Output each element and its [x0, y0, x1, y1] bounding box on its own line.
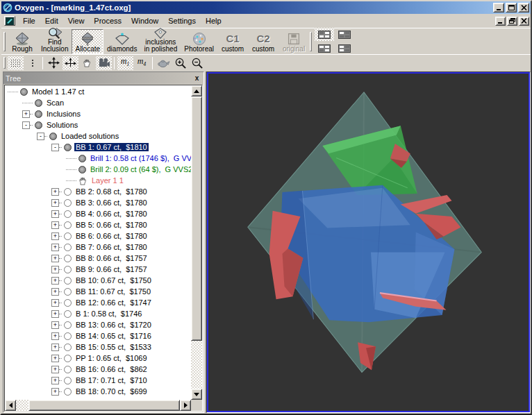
mdi-close-button[interactable] — [519, 17, 529, 26]
allocate-button[interactable]: Allocate — [72, 29, 103, 54]
tree-hscroll-thumb[interactable] — [28, 400, 180, 411]
tree-item[interactable]: +BB 17: 0.71 ct, $710 — [5, 375, 191, 386]
tree-vscroll-thumb[interactable] — [191, 96, 202, 341]
diamonds-button[interactable]: diamonds — [103, 29, 140, 54]
metric-m4-button[interactable]: m4 — [134, 56, 150, 70]
tree-item[interactable]: Model 1 1.47 ct — [5, 86, 191, 97]
hand-pan-button[interactable] — [79, 56, 95, 70]
tree-expander[interactable]: + — [51, 377, 59, 384]
menu-edit[interactable]: Edit — [40, 15, 63, 26]
render-shade-button[interactable] — [156, 56, 172, 70]
zoom-in-button[interactable] — [172, 56, 188, 70]
menu-process[interactable]: Process — [89, 15, 126, 26]
tree-expander[interactable]: + — [51, 355, 59, 362]
tree-item[interactable]: +BB 9: 0.66 ct, $1757 — [5, 264, 191, 275]
grid-toggle-button[interactable] — [8, 56, 24, 70]
tree-scroll-up-button[interactable] — [191, 85, 202, 96]
mdi-restore-button[interactable] — [507, 17, 517, 26]
layout-top-split-button[interactable] — [335, 28, 354, 41]
tree-item[interactable]: -BB 1: 0.67 ct, $1810 — [5, 142, 191, 153]
ruler-dots-button[interactable] — [24, 56, 40, 70]
tree-expander[interactable]: + — [51, 188, 59, 196]
tree-item[interactable]: +B 1: 0.58 ct, $1746 — [5, 308, 191, 319]
tree-expander[interactable]: + — [51, 388, 59, 396]
tree-horizontal-scrollbar[interactable] — [5, 400, 202, 411]
zoom-out-button[interactable] — [189, 56, 205, 70]
tree-expander[interactable]: + — [51, 232, 59, 240]
tree-item[interactable]: +BB 14: 0.65 ct, $1716 — [5, 330, 191, 341]
menu-file[interactable]: File — [18, 15, 40, 26]
close-button[interactable] — [518, 3, 529, 12]
maximize-button[interactable] — [506, 3, 517, 12]
tree-expander[interactable]: + — [51, 277, 59, 285]
toolbar-grip[interactable] — [3, 57, 6, 69]
tree-expander[interactable]: + — [51, 244, 59, 251]
tree-vertical-scrollbar[interactable] — [191, 85, 202, 400]
tree-item[interactable]: -Solutions — [5, 119, 191, 130]
tree-expander[interactable]: + — [51, 266, 59, 273]
menu-window[interactable]: Window — [126, 15, 163, 26]
tree-expander[interactable]: + — [51, 344, 59, 351]
tree-expander[interactable]: - — [22, 121, 30, 129]
find-inclusion-button[interactable]: Find Inclusion — [38, 29, 72, 54]
menu-settings[interactable]: Settings — [163, 15, 201, 26]
tree-item[interactable]: -Loaded solutions — [5, 130, 191, 142]
tree-item[interactable]: +BB 8: 0.66 ct, $1757 — [5, 253, 191, 264]
tree-item[interactable]: Brill 1: 0.58 ct (1746 $), G VVS2 — [5, 153, 191, 164]
tree-scroll-left-button[interactable] — [5, 400, 16, 411]
tree-expander[interactable]: + — [51, 366, 59, 373]
tree-item[interactable]: Scan — [5, 97, 191, 108]
original-button[interactable]: original — [279, 29, 309, 54]
toolbar-grip[interactable] — [310, 32, 312, 51]
inclusions-in-polished-button[interactable]: inclusions in polished — [140, 29, 181, 54]
tree-expander[interactable]: + — [51, 210, 59, 218]
menu-view[interactable]: View — [63, 15, 90, 26]
tree-expander[interactable]: + — [51, 299, 59, 307]
menu-help[interactable]: Help — [201, 15, 226, 26]
toolbar-grip[interactable] — [3, 32, 6, 51]
tree-item[interactable]: +BB 12: 0.66 ct, $1747 — [5, 297, 191, 308]
tree-item[interactable]: +BB 4: 0.66 ct, $1780 — [5, 208, 191, 219]
tree-item[interactable]: Layer 1 1 — [5, 175, 191, 186]
tree-panel-close-button[interactable]: x — [192, 74, 201, 83]
tree-expander[interactable]: + — [51, 221, 59, 229]
tree-item[interactable]: Brill 2: 0.09 ct (64 $), G VVS2 — [5, 164, 191, 175]
tree-scroll-right-button[interactable] — [180, 400, 191, 411]
tree-expander[interactable]: - — [51, 144, 59, 151]
tree-item[interactable]: +BB 2: 0.68 ct, $1780 — [5, 186, 191, 197]
c1-custom-button[interactable]: C1 custom — [217, 29, 248, 54]
viewport-3d[interactable] — [207, 72, 530, 412]
tree-item[interactable]: +Inclusions — [5, 108, 191, 119]
layout-single-button[interactable] — [315, 28, 334, 41]
tree-expander[interactable]: + — [51, 199, 59, 207]
tree-item[interactable]: +BB 6: 0.66 ct, $1780 — [5, 230, 191, 242]
tree-hscroll-track[interactable] — [16, 400, 28, 411]
camera-view-button[interactable] — [96, 56, 112, 70]
tree-item[interactable]: +BB 10: 0.67 ct, $1750 — [5, 275, 191, 286]
tree-expander[interactable]: + — [51, 332, 59, 340]
c2-custom-button[interactable]: C2 custom — [248, 29, 279, 54]
tree-expander[interactable]: + — [22, 110, 30, 118]
tree-vscroll-track[interactable] — [191, 341, 202, 389]
tree-item[interactable]: +BB 7: 0.66 ct, $1780 — [5, 242, 191, 253]
photoreal-button[interactable]: Photoreal — [181, 29, 217, 54]
tree-item[interactable]: +BB 11: 0.67 ct, $1750 — [5, 286, 191, 297]
tree-expander[interactable]: + — [51, 321, 59, 329]
tree-item[interactable]: +BB 16: 0.66 ct, $862 — [5, 364, 191, 375]
layout-bottom-left-button[interactable] — [315, 42, 334, 55]
rough-button[interactable]: Rough — [7, 29, 38, 54]
mdi-minimize-button[interactable] — [495, 17, 506, 26]
tree-scroll-down-button[interactable] — [191, 389, 202, 400]
tree-item[interactable]: +BB 13: 0.66 ct, $1720 — [5, 319, 191, 330]
tree-item[interactable]: +BB 5: 0.66 ct, $1780 — [5, 219, 191, 230]
tree-expander[interactable]: + — [51, 255, 59, 262]
rotate-axes-button[interactable] — [63, 56, 78, 70]
tree-item[interactable]: +BB 15: 0.55 ct, $1533 — [5, 341, 191, 353]
tree-expander[interactable]: + — [51, 310, 59, 318]
minimize-button[interactable] — [493, 3, 504, 12]
tree-item[interactable]: +BB 18: 0.70 ct, $699 — [5, 386, 191, 397]
metric-m1-button[interactable]: m1 — [117, 56, 133, 70]
tree-expander[interactable]: + — [51, 288, 59, 296]
tree-expander[interactable]: - — [37, 133, 44, 140]
document-icon[interactable] — [4, 16, 15, 26]
